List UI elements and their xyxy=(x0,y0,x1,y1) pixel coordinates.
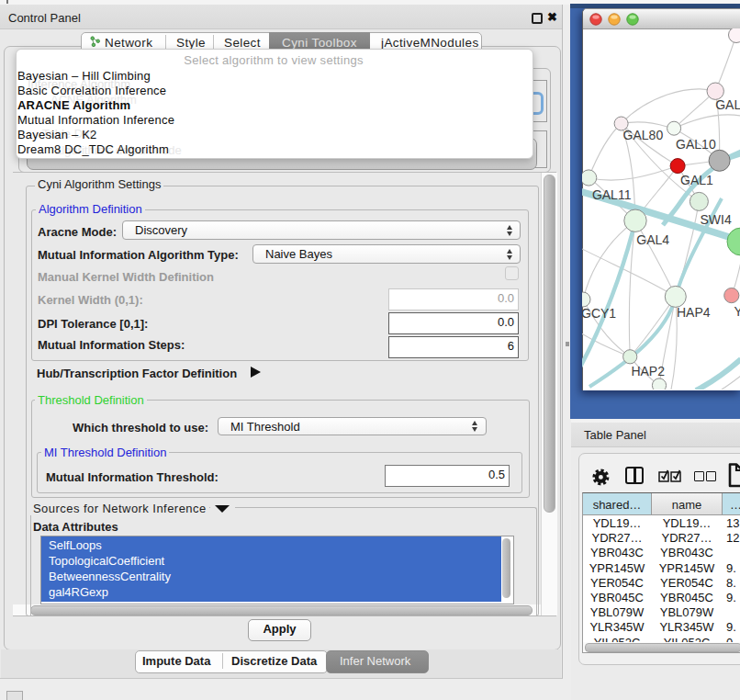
svg-text:HAP4: HAP4 xyxy=(677,305,711,320)
svg-text:GAL10: GAL10 xyxy=(676,137,716,152)
svg-text:GAL80: GAL80 xyxy=(623,128,664,142)
svg-text:GAL11: GAL11 xyxy=(592,187,632,202)
svg-text:GAL7: GAL7 xyxy=(715,97,740,112)
svg-text:GAL4: GAL4 xyxy=(636,232,669,247)
svg-text:YE: YE xyxy=(734,304,740,319)
svg-text:SWI4: SWI4 xyxy=(701,212,732,227)
svg-text:GCY1: GCY1 xyxy=(582,306,616,321)
svg-text:HAP2: HAP2 xyxy=(631,364,665,378)
svg-text:GAL1: GAL1 xyxy=(680,173,713,187)
